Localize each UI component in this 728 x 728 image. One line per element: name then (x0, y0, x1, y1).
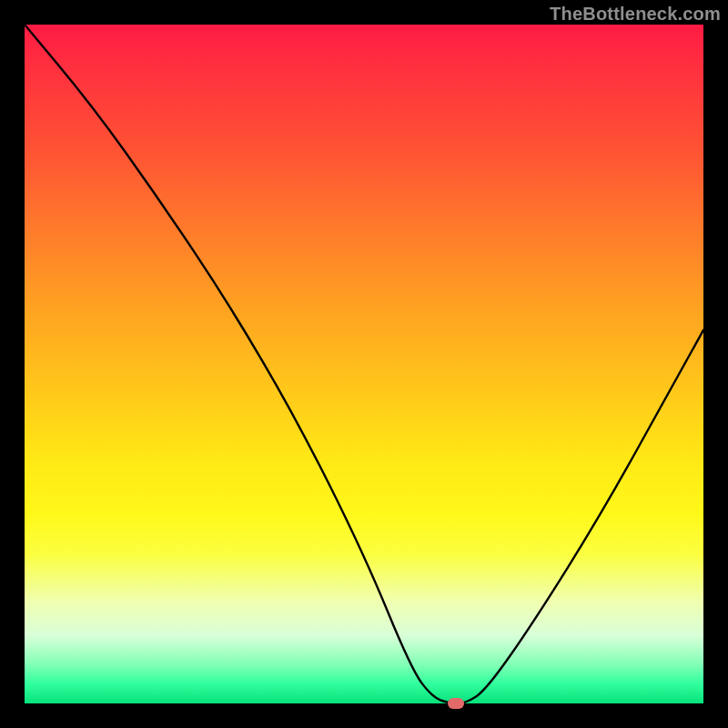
chart-frame: TheBottleneck.com (0, 0, 728, 728)
gradient-background (25, 25, 703, 703)
optimal-point-marker (448, 698, 464, 709)
watermark-text: TheBottleneck.com (550, 4, 721, 25)
